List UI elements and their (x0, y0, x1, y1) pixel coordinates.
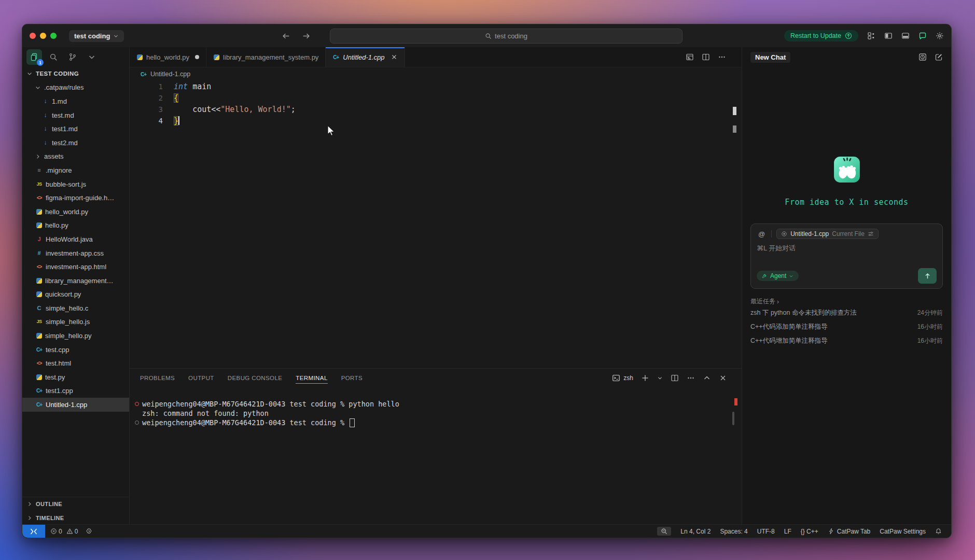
tab-untitled-1-cpp[interactable]: C+Untitled-1.cpp (326, 47, 405, 67)
outline-section[interactable]: OUTLINE (22, 497, 129, 511)
file-simple-hello-js[interactable]: JSsimple_hello.js (22, 315, 129, 329)
search-icon (485, 33, 492, 39)
new-chat-icon[interactable] (935, 53, 943, 61)
folder-catpaw-rules[interactable]: .catpaw/rules (22, 81, 129, 95)
terminal-scrollbar[interactable] (732, 412, 734, 425)
zoom-status[interactable] (657, 527, 671, 536)
send-button[interactable] (918, 268, 937, 284)
folder-assets[interactable]: assets (22, 150, 129, 164)
file-simple-hello-py[interactable]: simple_hello.py (22, 329, 129, 343)
context-file-chip[interactable]: Untitled-1.cpp Current File (776, 229, 879, 239)
file-bubble-sort-js[interactable]: JSbubble-sort.js (22, 177, 129, 191)
file-test-html[interactable]: <>test.html (22, 356, 129, 370)
file-test-md[interactable]: ↓test.md (22, 108, 129, 122)
file-hello-py[interactable]: hello.py (22, 219, 129, 233)
source-control-view-button[interactable] (65, 49, 80, 65)
panel-tab-terminal[interactable]: TERMINAL (296, 369, 327, 387)
more-views-button[interactable] (84, 49, 100, 65)
file-figma-import-guide-h[interactable]: <>figma-import-guide.h… (22, 191, 129, 205)
mode-selector[interactable]: Agent (757, 271, 799, 281)
cursor-position[interactable]: Ln 4, Col 2 (680, 528, 711, 535)
split-editor-icon[interactable] (702, 53, 710, 61)
toggle-sidebar-icon[interactable] (884, 32, 893, 40)
panel-tab-ports[interactable]: PORTS (341, 369, 363, 387)
chat-hero: From idea to X in seconds (742, 156, 951, 207)
explorer-root[interactable]: TEST CODING (22, 67, 129, 81)
customize-layout-icon[interactable] (867, 32, 875, 40)
recent-task-2[interactable]: C++代码添加简单注释指导16小时前 (750, 320, 943, 334)
forward-icon[interactable] (302, 32, 311, 40)
toggle-panel-icon[interactable] (901, 32, 910, 40)
maximize-panel-icon[interactable] (703, 374, 711, 382)
file-mignore[interactable]: ≡.mignore (22, 163, 129, 177)
panel-tab-output[interactable]: OUTPUT (188, 369, 214, 387)
file-test1-md[interactable]: ↓test1.md (22, 122, 129, 136)
code-editor[interactable]: 1int main2{3 cout<<"Hello, World!";4} (130, 81, 742, 368)
encoding[interactable]: UTF-8 (757, 528, 775, 535)
restart-to-update-button[interactable]: Restart to Update (784, 30, 858, 41)
sidebar: 1 TEST CODING (22, 47, 130, 525)
recent-task-1[interactable]: zsh 下 python 命令未找到的排查方法24分钟前 (750, 306, 943, 320)
file-quicksort-py[interactable]: quicksort.py (22, 288, 129, 302)
file-1-md[interactable]: ↓1.md (22, 94, 129, 108)
file-simple-hello-c[interactable]: Csimple_hello.c (22, 301, 129, 315)
overview-ruler-mark (733, 125, 736, 133)
run-status-icon[interactable] (86, 528, 92, 535)
close-panel-icon[interactable] (719, 374, 727, 382)
recent-tasks-header[interactable]: 最近任务 › (750, 297, 943, 306)
new-terminal-icon[interactable] (641, 374, 649, 382)
catpaw-settings[interactable]: CatPaw Settings (880, 528, 926, 535)
problems-status[interactable]: 0 0 (50, 528, 78, 535)
breadcrumb[interactable]: C+ Untitled-1.cpp (130, 67, 742, 81)
chat-input-card[interactable]: @ Untitled-1.cpp Current File ⌘L 开始对话 (750, 223, 943, 289)
catpaw-tab[interactable]: CatPaw Tab (828, 528, 870, 535)
tab-bar: hello_world.pylibrary_management_system.… (130, 47, 742, 67)
search-view-button[interactable] (46, 49, 61, 65)
file-library-management[interactable]: library_management… (22, 274, 129, 288)
gear-icon[interactable] (936, 32, 944, 40)
maximize-window-button[interactable] (50, 33, 57, 39)
close-icon[interactable] (391, 53, 398, 61)
remote-indicator[interactable] (22, 525, 45, 538)
file-test1-cpp[interactable]: C+test1.cpp (22, 384, 129, 398)
close-window-button[interactable] (30, 33, 36, 39)
panel-tab-problems[interactable]: PROBLEMS (140, 369, 175, 387)
chat-history-icon[interactable] (918, 53, 927, 61)
more-actions-icon[interactable] (687, 374, 695, 382)
more-actions-icon[interactable] (718, 53, 726, 61)
recent-task-3[interactable]: C++代码增加简单注释指导16小时前 (750, 334, 943, 348)
file-hello-world-py[interactable]: hello_world.py (22, 205, 129, 219)
panel-tab-debug-console[interactable]: DEBUG CONSOLE (228, 369, 283, 387)
toggle-chat-icon[interactable] (918, 32, 927, 40)
command-center-search[interactable]: test coding (330, 29, 682, 44)
indentation[interactable]: Spaces: 4 (720, 528, 747, 535)
file-name: .mignore (46, 166, 72, 174)
chevron-down-icon[interactable] (657, 374, 663, 382)
lightning-icon (828, 528, 834, 535)
editor-layout-icon[interactable] (686, 53, 694, 61)
eol[interactable]: LF (784, 528, 791, 535)
shell-selector[interactable]: zsh (612, 374, 633, 382)
timeline-label: TIMELINE (36, 515, 64, 521)
file-test-cpp[interactable]: C+test.cpp (22, 343, 129, 357)
explorer-view-button[interactable]: 1 (26, 49, 42, 65)
file-helloworld-java[interactable]: JHelloWorld.java (22, 232, 129, 246)
project-switcher[interactable]: test coding (69, 30, 124, 42)
file-name: test.md (52, 111, 74, 119)
file-investment-app-css[interactable]: #investment-app.css (22, 246, 129, 260)
file-test-py[interactable]: test.py (22, 370, 129, 384)
split-terminal-icon[interactable] (671, 374, 679, 382)
terminal[interactable]: weipengcheng04@MBP-M67G46421D-0043 test … (130, 387, 742, 427)
notifications[interactable] (935, 528, 942, 535)
file-name: 1.md (52, 97, 67, 105)
file-untitled-1-cpp[interactable]: C+Untitled-1.cpp (22, 398, 129, 412)
back-icon[interactable] (282, 32, 290, 40)
minimize-window-button[interactable] (40, 33, 46, 39)
timeline-section[interactable]: TIMELINE (22, 511, 129, 525)
language-mode[interactable]: {} C++ (801, 528, 818, 535)
tab-library-management-system-py[interactable]: library_management_system.py (206, 47, 326, 67)
tab-hello-world-py[interactable]: hello_world.py (130, 47, 206, 67)
file-investment-app-html[interactable]: <>investment-app.html (22, 260, 129, 274)
mention-button[interactable]: @ (757, 230, 767, 239)
file-test2-md[interactable]: ↓test2.md (22, 136, 129, 150)
